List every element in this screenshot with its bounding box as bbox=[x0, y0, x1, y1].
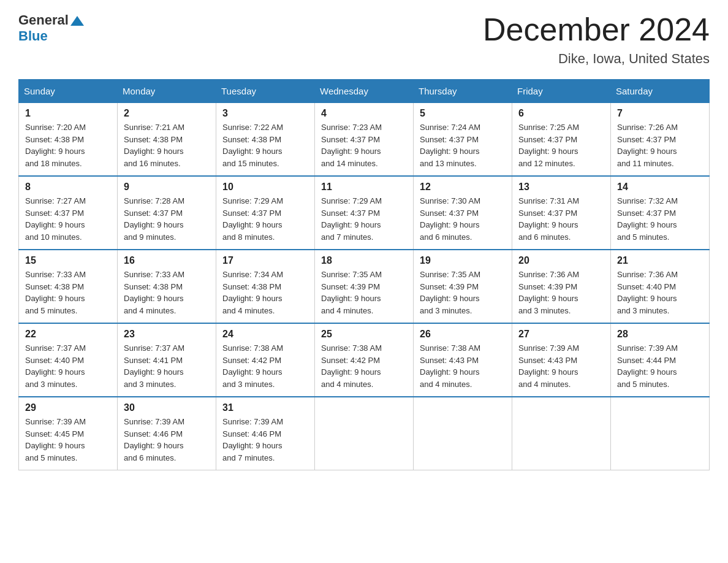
day-info: Sunrise: 7:36 AM Sunset: 4:40 PM Dayligh… bbox=[617, 269, 703, 316]
day-number: 1 bbox=[25, 108, 111, 119]
day-info: Sunrise: 7:39 AM Sunset: 4:46 PM Dayligh… bbox=[222, 416, 308, 464]
calendar-day-cell: 11 Sunrise: 7:29 AM Sunset: 4:37 PM Dayl… bbox=[315, 176, 414, 250]
calendar-day-header: Tuesday bbox=[216, 80, 315, 103]
day-number: 31 bbox=[222, 402, 308, 413]
day-info: Sunrise: 7:37 AM Sunset: 4:41 PM Dayligh… bbox=[124, 342, 210, 390]
calendar-table: SundayMondayTuesdayWednesdayThursdayFrid… bbox=[18, 79, 710, 470]
day-number: 28 bbox=[617, 329, 703, 340]
day-info: Sunrise: 7:37 AM Sunset: 4:40 PM Dayligh… bbox=[25, 342, 111, 390]
day-info: Sunrise: 7:29 AM Sunset: 4:37 PM Dayligh… bbox=[321, 195, 407, 243]
day-number: 20 bbox=[518, 255, 604, 266]
calendar-week-row: 15 Sunrise: 7:33 AM Sunset: 4:38 PM Dayl… bbox=[19, 250, 710, 323]
day-info: Sunrise: 7:33 AM Sunset: 4:38 PM Dayligh… bbox=[25, 269, 111, 316]
calendar-day-header: Sunday bbox=[19, 80, 118, 103]
day-number: 22 bbox=[25, 329, 111, 340]
day-number: 16 bbox=[124, 255, 210, 266]
calendar-day-cell: 8 Sunrise: 7:27 AM Sunset: 4:37 PM Dayli… bbox=[19, 176, 118, 250]
calendar-day-cell: 25 Sunrise: 7:38 AM Sunset: 4:42 PM Dayl… bbox=[315, 323, 414, 397]
calendar-week-row: 22 Sunrise: 7:37 AM Sunset: 4:40 PM Dayl… bbox=[19, 323, 710, 397]
calendar-day-cell: 10 Sunrise: 7:29 AM Sunset: 4:37 PM Dayl… bbox=[216, 176, 315, 250]
day-number: 19 bbox=[420, 255, 506, 266]
day-info: Sunrise: 7:38 AM Sunset: 4:43 PM Dayligh… bbox=[420, 342, 506, 390]
day-info: Sunrise: 7:35 AM Sunset: 4:39 PM Dayligh… bbox=[420, 269, 506, 316]
page-header: General Blue December 2024 Dike, Iowa, U… bbox=[18, 12, 710, 67]
title-section: December 2024 Dike, Iowa, United States bbox=[483, 12, 710, 67]
calendar-day-header: Monday bbox=[118, 80, 216, 103]
calendar-day-cell: 24 Sunrise: 7:38 AM Sunset: 4:42 PM Dayl… bbox=[216, 323, 315, 397]
calendar-day-cell: 13 Sunrise: 7:31 AM Sunset: 4:37 PM Dayl… bbox=[512, 176, 611, 250]
day-number: 17 bbox=[222, 255, 308, 266]
day-number: 26 bbox=[420, 329, 506, 340]
day-info: Sunrise: 7:32 AM Sunset: 4:37 PM Dayligh… bbox=[617, 195, 703, 243]
calendar-day-cell: 23 Sunrise: 7:37 AM Sunset: 4:41 PM Dayl… bbox=[118, 323, 216, 397]
calendar-day-cell: 3 Sunrise: 7:22 AM Sunset: 4:38 PM Dayli… bbox=[216, 103, 315, 177]
calendar-day-cell: 9 Sunrise: 7:28 AM Sunset: 4:37 PM Dayli… bbox=[118, 176, 216, 250]
day-number: 21 bbox=[617, 255, 703, 266]
logo-blue-text: Blue bbox=[18, 28, 84, 44]
calendar-day-cell: 27 Sunrise: 7:39 AM Sunset: 4:43 PM Dayl… bbox=[512, 323, 611, 397]
calendar-day-cell: 28 Sunrise: 7:39 AM Sunset: 4:44 PM Dayl… bbox=[611, 323, 710, 397]
calendar-week-row: 8 Sunrise: 7:27 AM Sunset: 4:37 PM Dayli… bbox=[19, 176, 710, 250]
day-number: 23 bbox=[124, 329, 210, 340]
day-number: 30 bbox=[124, 402, 210, 413]
day-info: Sunrise: 7:39 AM Sunset: 4:45 PM Dayligh… bbox=[25, 416, 111, 464]
day-info: Sunrise: 7:25 AM Sunset: 4:37 PM Dayligh… bbox=[518, 121, 604, 169]
calendar-day-header: Friday bbox=[512, 80, 611, 103]
calendar-day-cell: 5 Sunrise: 7:24 AM Sunset: 4:37 PM Dayli… bbox=[414, 103, 512, 177]
day-info: Sunrise: 7:39 AM Sunset: 4:44 PM Dayligh… bbox=[617, 342, 703, 390]
calendar-week-row: 29 Sunrise: 7:39 AM Sunset: 4:45 PM Dayl… bbox=[19, 397, 710, 470]
day-info: Sunrise: 7:36 AM Sunset: 4:39 PM Dayligh… bbox=[518, 269, 604, 316]
day-number: 18 bbox=[321, 255, 407, 266]
day-number: 10 bbox=[222, 182, 308, 193]
calendar-day-cell: 15 Sunrise: 7:33 AM Sunset: 4:38 PM Dayl… bbox=[19, 250, 118, 323]
day-info: Sunrise: 7:28 AM Sunset: 4:37 PM Dayligh… bbox=[124, 195, 210, 243]
day-number: 4 bbox=[321, 108, 407, 119]
day-number: 6 bbox=[518, 108, 604, 119]
day-info: Sunrise: 7:29 AM Sunset: 4:37 PM Dayligh… bbox=[222, 195, 308, 243]
day-number: 13 bbox=[518, 182, 604, 193]
day-number: 15 bbox=[25, 255, 111, 266]
day-info: Sunrise: 7:31 AM Sunset: 4:37 PM Dayligh… bbox=[518, 195, 604, 243]
day-info: Sunrise: 7:26 AM Sunset: 4:37 PM Dayligh… bbox=[617, 121, 703, 169]
calendar-day-cell bbox=[611, 397, 710, 470]
day-info: Sunrise: 7:38 AM Sunset: 4:42 PM Dayligh… bbox=[321, 342, 407, 390]
calendar-day-cell: 21 Sunrise: 7:36 AM Sunset: 4:40 PM Dayl… bbox=[611, 250, 710, 323]
day-number: 24 bbox=[222, 329, 308, 340]
calendar-day-cell: 6 Sunrise: 7:25 AM Sunset: 4:37 PM Dayli… bbox=[512, 103, 611, 177]
day-number: 29 bbox=[25, 402, 111, 413]
month-title: December 2024 bbox=[483, 12, 710, 47]
calendar-day-cell: 30 Sunrise: 7:39 AM Sunset: 4:46 PM Dayl… bbox=[118, 397, 216, 470]
calendar-day-cell: 31 Sunrise: 7:39 AM Sunset: 4:46 PM Dayl… bbox=[216, 397, 315, 470]
svg-marker-0 bbox=[70, 16, 84, 26]
calendar-day-cell: 2 Sunrise: 7:21 AM Sunset: 4:38 PM Dayli… bbox=[118, 103, 216, 177]
day-number: 3 bbox=[222, 108, 308, 119]
calendar-day-cell bbox=[512, 397, 611, 470]
calendar-day-cell: 16 Sunrise: 7:33 AM Sunset: 4:38 PM Dayl… bbox=[118, 250, 216, 323]
calendar-day-header: Thursday bbox=[414, 80, 512, 103]
day-number: 14 bbox=[617, 182, 703, 193]
day-number: 27 bbox=[518, 329, 604, 340]
day-info: Sunrise: 7:39 AM Sunset: 4:46 PM Dayligh… bbox=[124, 416, 210, 464]
day-number: 5 bbox=[420, 108, 506, 119]
calendar-day-cell: 17 Sunrise: 7:34 AM Sunset: 4:38 PM Dayl… bbox=[216, 250, 315, 323]
day-info: Sunrise: 7:33 AM Sunset: 4:38 PM Dayligh… bbox=[124, 269, 210, 316]
logo: General Blue bbox=[18, 12, 84, 44]
calendar-day-cell: 22 Sunrise: 7:37 AM Sunset: 4:40 PM Dayl… bbox=[19, 323, 118, 397]
calendar-day-cell: 18 Sunrise: 7:35 AM Sunset: 4:39 PM Dayl… bbox=[315, 250, 414, 323]
logo-triangle-icon bbox=[70, 15, 84, 27]
location-title: Dike, Iowa, United States bbox=[483, 51, 710, 67]
day-info: Sunrise: 7:30 AM Sunset: 4:37 PM Dayligh… bbox=[420, 195, 506, 243]
day-number: 12 bbox=[420, 182, 506, 193]
calendar-day-cell: 19 Sunrise: 7:35 AM Sunset: 4:39 PM Dayl… bbox=[414, 250, 512, 323]
day-info: Sunrise: 7:20 AM Sunset: 4:38 PM Dayligh… bbox=[25, 121, 111, 169]
calendar-day-cell: 20 Sunrise: 7:36 AM Sunset: 4:39 PM Dayl… bbox=[512, 250, 611, 323]
calendar-header-row: SundayMondayTuesdayWednesdayThursdayFrid… bbox=[19, 80, 710, 103]
logo-general-text: General bbox=[18, 12, 69, 28]
day-info: Sunrise: 7:21 AM Sunset: 4:38 PM Dayligh… bbox=[124, 121, 210, 169]
calendar-day-cell: 7 Sunrise: 7:26 AM Sunset: 4:37 PM Dayli… bbox=[611, 103, 710, 177]
day-number: 25 bbox=[321, 329, 407, 340]
calendar-day-cell: 14 Sunrise: 7:32 AM Sunset: 4:37 PM Dayl… bbox=[611, 176, 710, 250]
calendar-day-cell: 29 Sunrise: 7:39 AM Sunset: 4:45 PM Dayl… bbox=[19, 397, 118, 470]
day-info: Sunrise: 7:35 AM Sunset: 4:39 PM Dayligh… bbox=[321, 269, 407, 316]
calendar-day-cell: 4 Sunrise: 7:23 AM Sunset: 4:37 PM Dayli… bbox=[315, 103, 414, 177]
